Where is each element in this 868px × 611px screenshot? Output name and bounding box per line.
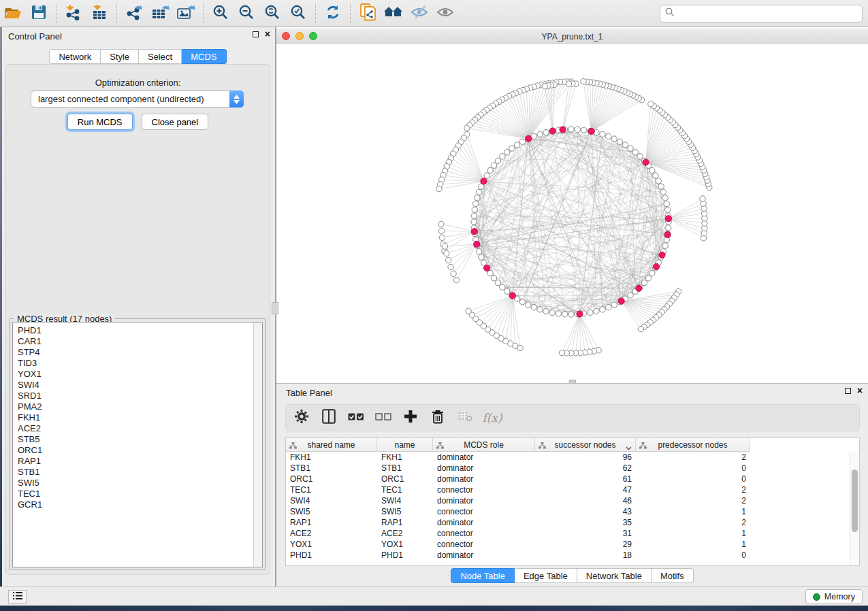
tab-edge-table[interactable]: Edge Table	[515, 568, 577, 583]
tab-style[interactable]: Style	[101, 49, 139, 64]
mcds-network-node[interactable]	[481, 178, 487, 184]
mcds-network-node[interactable]	[474, 241, 480, 247]
select-all-button[interactable]	[346, 408, 366, 428]
tab-network-table[interactable]: Network Table	[577, 568, 652, 583]
network-node[interactable]	[568, 312, 574, 317]
network-node[interactable]	[665, 225, 671, 231]
network-node[interactable]	[464, 125, 470, 131]
network-node[interactable]	[495, 158, 500, 163]
delete-column-button[interactable]	[428, 408, 448, 428]
show-all-button[interactable]	[432, 2, 458, 25]
result-node-item[interactable]: TEC1	[18, 489, 262, 499]
search-box[interactable]	[660, 5, 863, 22]
table-row[interactable]: YOX1YOX1connector291	[286, 539, 850, 550]
table-row[interactable]: FKH1FKH1dominator962	[286, 452, 850, 463]
network-node[interactable]	[606, 133, 611, 139]
network-node[interactable]	[526, 302, 531, 308]
table-row[interactable]: RAP1RAP1dominator352	[286, 517, 850, 528]
mcds-network-node[interactable]	[471, 229, 477, 235]
table-row[interactable]: SWI5SWI5connector431	[286, 506, 850, 517]
result-node-item[interactable]: CAR1	[18, 336, 262, 347]
mcds-network-node[interactable]	[577, 311, 583, 317]
task-history-button[interactable]	[8, 590, 27, 604]
network-node[interactable]	[562, 312, 567, 317]
network-node[interactable]	[700, 196, 705, 201]
table-scrollbar[interactable]	[850, 452, 859, 565]
split-columns-button[interactable]	[319, 408, 339, 428]
column-header-name[interactable]: name	[377, 438, 433, 452]
run-mcds-button[interactable]: Run MCDS	[67, 114, 133, 130]
table-row[interactable]: SWI4SWI4dominator462	[286, 495, 850, 506]
network-node[interactable]	[658, 184, 664, 189]
export-table-button[interactable]	[147, 2, 173, 25]
mcds-network-node[interactable]	[636, 285, 642, 291]
network-node[interactable]	[476, 249, 481, 254]
network-node[interactable]	[575, 127, 580, 132]
network-node[interactable]	[662, 243, 668, 248]
network-node[interactable]	[473, 201, 479, 206]
network-node[interactable]	[660, 189, 666, 195]
network-node[interactable]	[588, 310, 593, 315]
result-node-item[interactable]: STP4	[18, 347, 262, 358]
network-node[interactable]	[451, 271, 456, 276]
network-node[interactable]	[649, 270, 655, 276]
network-node[interactable]	[632, 150, 638, 155]
apply-layout-button[interactable]	[320, 2, 346, 25]
network-node[interactable]	[638, 326, 643, 331]
result-node-item[interactable]: SWI4	[18, 380, 262, 391]
tab-node-table[interactable]: Node Table	[451, 568, 515, 583]
network-node[interactable]	[537, 131, 543, 137]
result-node-item[interactable]: GCR1	[18, 499, 262, 510]
table-scroll-thumb[interactable]	[852, 469, 858, 532]
tab-motifs[interactable]: Motifs	[652, 568, 694, 583]
float-panel-icon[interactable]	[845, 388, 851, 394]
table-row[interactable]: PHD1PHD1dominator180	[286, 550, 850, 561]
result-node-item[interactable]: STB1	[18, 467, 262, 478]
mcds-network-node[interactable]	[618, 298, 624, 304]
network-node[interactable]	[611, 136, 617, 142]
network-node[interactable]	[606, 304, 611, 310]
network-node[interactable]	[471, 219, 477, 225]
network-node[interactable]	[475, 195, 480, 201]
open-file-button[interactable]	[0, 2, 26, 25]
network-node[interactable]	[514, 142, 519, 148]
result-node-item[interactable]: PMA2	[18, 401, 262, 412]
save-session-button[interactable]	[26, 2, 52, 25]
network-node[interactable]	[664, 201, 669, 206]
network-titlebar[interactable]: YPA_prune.txt_1	[276, 29, 868, 44]
optimization-criterion-select[interactable]: largest connected component (undirected)	[31, 90, 244, 108]
network-node[interactable]	[436, 186, 442, 191]
close-panel-icon[interactable]: ×	[265, 31, 270, 38]
search-input[interactable]	[675, 8, 858, 19]
network-node[interactable]	[453, 278, 459, 283]
mcds-result-list[interactable]: PHD1CAR1STP4TID3YOX1SWI4SRD1PMA2FKH1ACE2…	[12, 322, 263, 567]
import-network-button[interactable]	[61, 2, 86, 25]
add-column-button[interactable]	[400, 408, 421, 428]
zoom-fit-button[interactable]	[259, 2, 285, 25]
mcds-network-node[interactable]	[643, 159, 649, 165]
column-header-MCDS-role[interactable]: MCDS role	[433, 438, 535, 452]
network-node[interactable]	[543, 308, 549, 314]
tab-network[interactable]: Network	[49, 49, 101, 64]
network-node[interactable]	[581, 127, 586, 133]
result-node-item[interactable]: PHD1	[18, 325, 262, 336]
network-node[interactable]	[594, 308, 599, 314]
deselect-all-button[interactable]	[373, 408, 393, 428]
network-node[interactable]	[556, 311, 561, 316]
result-node-item[interactable]: SWI5	[18, 478, 262, 489]
mcds-network-node[interactable]	[560, 127, 566, 133]
mcds-network-node[interactable]	[653, 263, 659, 269]
network-node[interactable]	[438, 228, 444, 233]
result-node-item[interactable]: ACE2	[18, 423, 262, 434]
network-node[interactable]	[600, 307, 605, 312]
result-node-item[interactable]: FKH1	[18, 412, 262, 423]
import-table-button[interactable]	[86, 2, 112, 25]
result-scrollbar[interactable]	[253, 323, 262, 567]
network-node[interactable]	[566, 81, 571, 86]
network-node[interactable]	[537, 307, 543, 312]
table-row[interactable]: STB1STB1dominator620	[286, 463, 850, 474]
network-node[interactable]	[645, 276, 651, 281]
zoom-selected-button[interactable]	[285, 2, 311, 25]
splitter-handle[interactable]	[272, 302, 278, 314]
network-node[interactable]	[568, 127, 574, 132]
